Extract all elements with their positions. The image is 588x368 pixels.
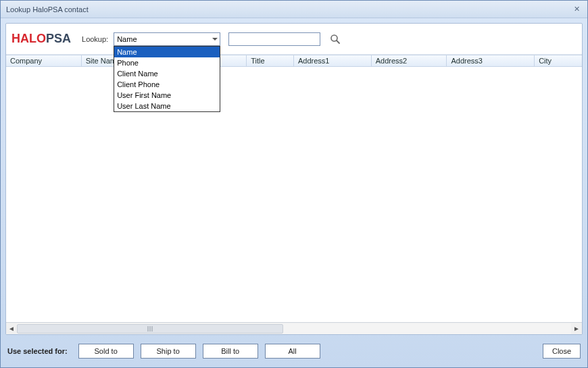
- lookup-window: Lookup HaloPSA contact ✕ HALOPSA Lookup:…: [0, 0, 588, 368]
- chevron-down-icon: [212, 38, 218, 41]
- halopsa-logo: HALOPSA: [11, 32, 71, 46]
- lookup-label: Lookup:: [82, 35, 108, 43]
- sold-to-button[interactable]: Sold to: [78, 344, 134, 359]
- lookup-option[interactable]: User Last Name: [114, 101, 220, 111]
- lookup-combo-list[interactable]: Name Phone Client Name Client Phone User…: [114, 46, 220, 112]
- content-panel: HALOPSA Lookup: Name Name Phone Client N…: [5, 23, 583, 335]
- search-icon: [330, 34, 341, 45]
- lookup-option[interactable]: Client Phone: [114, 79, 220, 90]
- lookup-field-combo[interactable]: Name: [114, 32, 220, 46]
- window-title: Lookup HaloPSA contact: [6, 5, 89, 14]
- scroll-right-icon[interactable]: ►: [571, 323, 582, 334]
- lookup-option[interactable]: Name: [114, 47, 220, 57]
- column-header[interactable]: Address1: [294, 55, 372, 66]
- lookup-combo-value: Name: [117, 35, 137, 43]
- lookup-toolbar: HALOPSA Lookup: Name Name Phone Client N…: [6, 24, 582, 55]
- lookup-option[interactable]: Phone: [114, 57, 220, 68]
- scrollbar-thumb[interactable]: [17, 324, 283, 334]
- footer-bar: Use selected for: Sold to Ship to Bill t…: [1, 335, 587, 367]
- close-icon[interactable]: ✕: [571, 4, 582, 15]
- grid-body: [6, 67, 582, 322]
- grid-header: Company Site Name Title Address1 Address…: [6, 55, 582, 67]
- scroll-left-icon[interactable]: ◄: [6, 323, 17, 334]
- bill-to-button[interactable]: Bill to: [203, 344, 258, 359]
- column-header[interactable]: Title: [247, 55, 294, 66]
- lookup-option[interactable]: User First Name: [114, 90, 220, 101]
- search-button[interactable]: [328, 32, 342, 46]
- use-selected-label: Use selected for:: [7, 347, 68, 355]
- search-input[interactable]: [228, 32, 320, 46]
- close-button[interactable]: Close: [543, 344, 581, 359]
- ship-to-button[interactable]: Ship to: [141, 344, 196, 359]
- lookup-option[interactable]: Client Name: [114, 68, 220, 79]
- titlebar: Lookup HaloPSA contact ✕: [1, 1, 587, 18]
- column-header[interactable]: Address2: [372, 55, 447, 66]
- all-button[interactable]: All: [265, 344, 320, 359]
- horizontal-scrollbar[interactable]: ◄ ►: [6, 322, 582, 334]
- scrollbar-track[interactable]: [17, 323, 571, 334]
- column-header[interactable]: Company: [6, 55, 82, 66]
- lookup-combo-wrap: Name Name Phone Client Name Client Phone…: [114, 32, 220, 46]
- column-header[interactable]: Address3: [447, 55, 535, 66]
- svg-line-1: [337, 41, 339, 43]
- column-header[interactable]: City: [535, 55, 582, 66]
